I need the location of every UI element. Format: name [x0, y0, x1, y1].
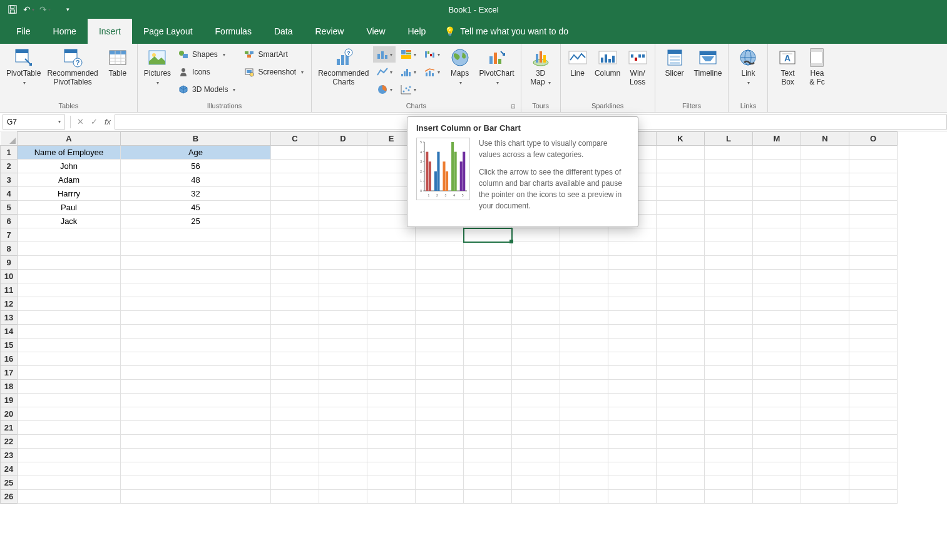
cell-M7[interactable]	[753, 228, 801, 242]
cell-A18[interactable]	[18, 380, 121, 394]
cell-B16[interactable]	[121, 352, 271, 366]
cell-L18[interactable]	[705, 380, 753, 394]
cell-G9[interactable]	[464, 256, 512, 270]
cell-B15[interactable]	[121, 339, 271, 352]
cell-O22[interactable]	[849, 435, 898, 449]
cell-K25[interactable]	[657, 476, 705, 490]
cell-E15[interactable]	[367, 339, 416, 352]
cell-I20[interactable]	[560, 407, 608, 421]
cell-A16[interactable]	[18, 352, 121, 366]
cell-O13[interactable]	[849, 311, 898, 325]
cell-E16[interactable]	[367, 352, 416, 366]
cell-O12[interactable]	[849, 297, 898, 311]
screenshot-button[interactable]: Screenshot▾	[240, 64, 307, 80]
cell-K26[interactable]	[657, 490, 705, 504]
cell-E8[interactable]	[367, 242, 416, 256]
cell-C2[interactable]	[271, 160, 319, 173]
cell-N13[interactable]	[801, 311, 849, 325]
cell-F8[interactable]	[416, 242, 464, 256]
cell-J10[interactable]	[608, 270, 657, 283]
row-header-9[interactable]: 9	[1, 256, 18, 270]
cell-H7[interactable]	[512, 228, 560, 242]
cell-E17[interactable]	[367, 366, 416, 380]
cell-N15[interactable]	[801, 339, 849, 352]
column-header-B[interactable]: B	[121, 132, 271, 146]
cell-O3[interactable]	[849, 173, 898, 187]
cell-F25[interactable]	[416, 476, 464, 490]
cell-M24[interactable]	[753, 462, 801, 476]
cell-L16[interactable]	[705, 352, 753, 366]
pie-chart-button[interactable]: ▾	[373, 81, 396, 98]
row-header-22[interactable]: 22	[1, 435, 18, 449]
cell-F17[interactable]	[416, 366, 464, 380]
cell-N5[interactable]	[801, 201, 849, 215]
cell-B22[interactable]	[121, 435, 271, 449]
cell-N9[interactable]	[801, 256, 849, 270]
cell-B13[interactable]	[121, 311, 271, 325]
cell-A10[interactable]	[18, 270, 121, 283]
cell-F21[interactable]	[416, 421, 464, 435]
cell-J24[interactable]	[608, 462, 657, 476]
cell-J13[interactable]	[608, 311, 657, 325]
customize-qat-button[interactable]: ▾	[60, 2, 75, 17]
cell-D23[interactable]	[319, 449, 367, 462]
cell-O6[interactable]	[849, 215, 898, 228]
cell-J23[interactable]	[608, 449, 657, 462]
cell-B5[interactable]: 45	[121, 201, 271, 215]
cell-I18[interactable]	[560, 380, 608, 394]
recommended-pivottables-button[interactable]: ? Recommended PivotTables	[44, 46, 100, 88]
cell-A14[interactable]	[18, 325, 121, 339]
cell-L10[interactable]	[705, 270, 753, 283]
statistic-chart-button[interactable]: ▾	[397, 64, 419, 80]
cell-D12[interactable]	[319, 297, 367, 311]
cell-D14[interactable]	[319, 325, 367, 339]
cell-L21[interactable]	[705, 421, 753, 435]
cell-K16[interactable]	[657, 352, 705, 366]
cell-D5[interactable]	[319, 201, 367, 215]
cell-O19[interactable]	[849, 394, 898, 407]
cell-H23[interactable]	[512, 449, 560, 462]
column-header-C[interactable]: C	[271, 132, 319, 146]
hierarchy-chart-button[interactable]: ▾	[397, 46, 419, 63]
cell-D13[interactable]	[319, 311, 367, 325]
cell-D1[interactable]	[319, 146, 367, 160]
cell-B1[interactable]: Age	[121, 146, 271, 160]
cell-M2[interactable]	[753, 160, 801, 173]
timeline-button[interactable]: Timeline	[692, 46, 725, 79]
cell-O15[interactable]	[849, 339, 898, 352]
tab-help[interactable]: Help	[397, 19, 438, 44]
combo-chart-button[interactable]: ▾	[421, 64, 443, 80]
cell-J15[interactable]	[608, 339, 657, 352]
cell-I17[interactable]	[560, 366, 608, 380]
row-header-20[interactable]: 20	[1, 407, 18, 421]
cell-F11[interactable]	[416, 283, 464, 297]
cell-A17[interactable]	[18, 366, 121, 380]
link-button[interactable]: Link▾	[732, 46, 764, 88]
cell-M23[interactable]	[753, 449, 801, 462]
cell-K2[interactable]	[657, 160, 705, 173]
cell-M15[interactable]	[753, 339, 801, 352]
cell-E26[interactable]	[367, 490, 416, 504]
tab-data[interactable]: Data	[263, 19, 304, 44]
row-header-25[interactable]: 25	[1, 476, 18, 490]
row-header-10[interactable]: 10	[1, 270, 18, 283]
cell-D3[interactable]	[319, 173, 367, 187]
cell-N19[interactable]	[801, 394, 849, 407]
cell-M3[interactable]	[753, 173, 801, 187]
charts-dialog-launcher[interactable]: ⊡	[511, 103, 516, 109]
cell-C24[interactable]	[271, 462, 319, 476]
row-header-16[interactable]: 16	[1, 352, 18, 366]
cell-K8[interactable]	[657, 242, 705, 256]
cell-L26[interactable]	[705, 490, 753, 504]
cell-E24[interactable]	[367, 462, 416, 476]
cell-O5[interactable]	[849, 201, 898, 215]
cell-D15[interactable]	[319, 339, 367, 352]
cell-L7[interactable]	[705, 228, 753, 242]
name-box[interactable]: G7▾	[3, 115, 65, 130]
cell-N11[interactable]	[801, 283, 849, 297]
cell-N25[interactable]	[801, 476, 849, 490]
cell-K12[interactable]	[657, 297, 705, 311]
cell-F7[interactable]	[416, 228, 464, 242]
cell-H21[interactable]	[512, 421, 560, 435]
cell-L15[interactable]	[705, 339, 753, 352]
